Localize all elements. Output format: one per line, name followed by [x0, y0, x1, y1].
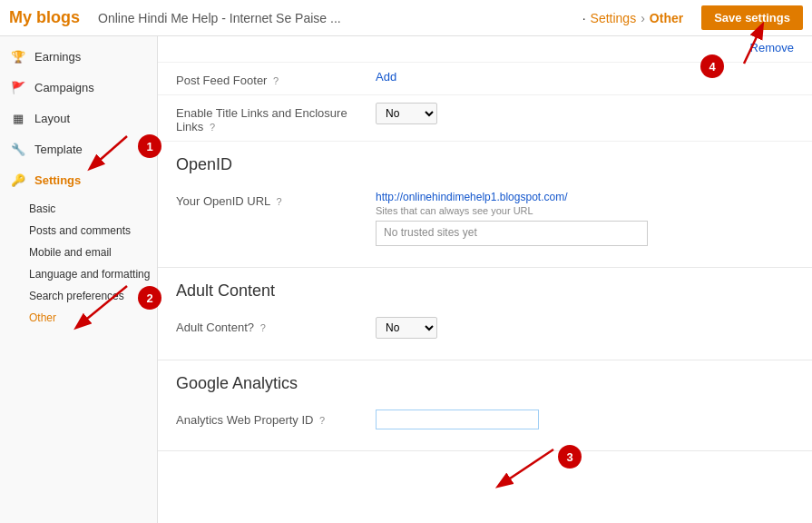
sidebar-label-campaigns: Campaigns — [34, 81, 94, 94]
sidebar-label-settings: Settings — [34, 173, 81, 187]
adult-content-section: Adult Content Adult Content? ? No Yes — [158, 268, 812, 360]
annotation-4: 4 — [700, 54, 724, 78]
sidebar-sub-basic[interactable]: Basic — [29, 198, 157, 220]
sidebar-item-template[interactable]: 🔧 Template — [0, 133, 157, 164]
sidebar-sub-other[interactable]: Other — [29, 307, 157, 329]
add-link[interactable]: Add — [376, 70, 396, 84]
openid-section: OpenID Your OpenID URL ? http://onlinehi… — [158, 142, 812, 268]
sidebar-label-earnings: Earnings — [34, 50, 81, 64]
openid-trusted-box: No trusted sites yet — [376, 221, 648, 246]
openid-title: OpenID — [176, 155, 794, 174]
breadcrumb-arrow: › — [641, 11, 645, 25]
adult-title: Adult Content — [176, 281, 794, 301]
my-blogs-link[interactable]: My blogs — [9, 8, 80, 27]
sidebar-sub-menu: Basic Posts and comments Mobile and emai… — [0, 195, 157, 329]
adult-content-row: Adult Content? ? No Yes — [176, 310, 794, 346]
enable-title-help[interactable]: ? — [210, 122, 215, 133]
breadcrumb-settings[interactable]: Settings — [591, 11, 637, 25]
post-feed-footer-help[interactable]: ? — [273, 75, 279, 86]
enable-title-row: Enable Title Links and Enclosure Links ?… — [158, 95, 812, 142]
content-area: Remove Post Feed Footer ? Add Enable Tit… — [158, 36, 812, 523]
analytics-help[interactable]: ? — [319, 415, 325, 426]
openid-sub-label: Sites that can always see your URL — [376, 205, 794, 216]
adult-content-select[interactable]: No Yes — [376, 317, 437, 339]
trophy-icon: 🏆 — [9, 47, 27, 65]
openid-url-label: Your OpenID URL ? — [176, 191, 376, 208]
adult-label: Adult Content? ? — [176, 317, 376, 334]
openid-url-help[interactable]: ? — [276, 196, 281, 207]
sidebar-item-earnings[interactable]: 🏆 Earnings — [0, 41, 157, 72]
flag-icon: 🚩 — [9, 78, 27, 96]
template-icon: 🔧 — [9, 140, 27, 158]
openid-url-row: Your OpenID URL ? http://onlinehindimehe… — [176, 183, 794, 253]
sidebar-item-layout[interactable]: ▦ Layout — [0, 103, 157, 133]
enable-title-value: No Yes — [376, 103, 794, 124]
sidebar: 🏆 Earnings 🚩 Campaigns ▦ Layout 🔧 Templa… — [0, 36, 158, 523]
annotation-1: 1 — [138, 134, 161, 158]
google-analytics-section: Google Analytics Analytics Web Property … — [158, 360, 812, 451]
sidebar-label-template: Template — [34, 143, 83, 156]
adult-value: No Yes — [376, 317, 794, 339]
openid-url: http://onlinehindimehelp1.blogspot.com/ — [376, 191, 794, 203]
sidebar-item-settings[interactable]: 🔑 Settings — [0, 164, 157, 195]
adult-help[interactable]: ? — [260, 322, 266, 333]
wrench-icon: 🔑 — [9, 171, 27, 189]
remove-link[interactable]: Remove — [750, 41, 794, 54]
breadcrumb-other: Other — [650, 11, 683, 25]
annotation-2: 2 — [138, 286, 161, 310]
layout-icon: ▦ — [9, 109, 27, 127]
post-feed-footer-label: Post Feed Footer ? — [176, 70, 376, 87]
sidebar-label-layout: Layout — [34, 112, 70, 125]
analytics-value — [376, 410, 794, 429]
sidebar-sub-language[interactable]: Language and formatting — [29, 263, 157, 285]
blog-title: Online Hindi Me Help - Internet Se Paise… — [98, 11, 582, 25]
analytics-row: Analytics Web Property ID ? — [176, 402, 794, 437]
sidebar-sub-posts-comments[interactable]: Posts and comments — [29, 220, 157, 242]
analytics-input[interactable] — [376, 410, 539, 429]
breadcrumb-dot: · — [582, 11, 586, 25]
main-layout: 🏆 Earnings 🚩 Campaigns ▦ Layout 🔧 Templa… — [0, 36, 812, 523]
enable-title-label: Enable Title Links and Enclosure Links ? — [176, 103, 376, 133]
sidebar-sub-mobile-email[interactable]: Mobile and email — [29, 242, 157, 263]
analytics-label: Analytics Web Property ID ? — [176, 410, 376, 427]
header: My blogs Online Hindi Me Help - Internet… — [0, 0, 812, 36]
enable-title-select[interactable]: No Yes — [376, 103, 437, 124]
sidebar-item-campaigns[interactable]: 🚩 Campaigns — [0, 72, 157, 103]
analytics-title: Google Analytics — [176, 374, 794, 393]
breadcrumb: · Settings › Other — [582, 11, 684, 25]
post-feed-footer-value: Add — [376, 70, 794, 84]
annotation-3: 3 — [558, 445, 582, 469]
openid-url-value: http://onlinehindimehelp1.blogspot.com/ … — [376, 191, 794, 246]
save-settings-button[interactable]: Save settings — [701, 5, 803, 30]
